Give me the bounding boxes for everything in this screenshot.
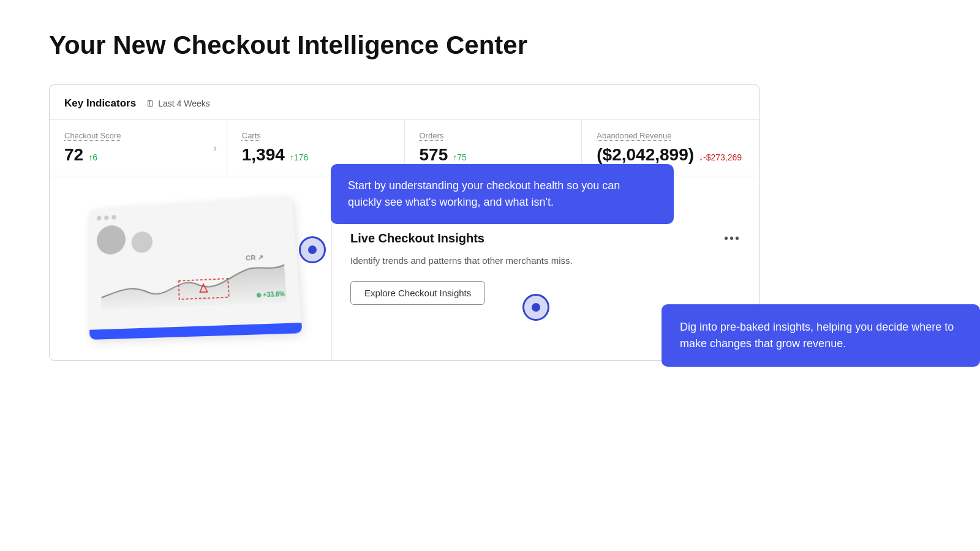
chart-card-inner: CR ↗: [89, 197, 300, 318]
chart-illustration: CR ↗: [50, 176, 331, 360]
carts-number: 1,394: [242, 145, 285, 165]
cursor-indicator-top: [299, 236, 326, 263]
chart-circles-row: [97, 215, 288, 255]
chart-dot-3: [111, 215, 116, 220]
abandoned-revenue-label[interactable]: Abandoned Revenue: [597, 131, 744, 140]
calendar-icon: 🗓: [146, 99, 154, 108]
chart-percent-label: ⊕ +33.6%: [256, 291, 285, 299]
carts-value: 1,394 ↑176: [242, 145, 390, 165]
date-range-label: Last 4 Weeks: [158, 99, 210, 108]
insights-title: Live Checkout Insights: [350, 231, 484, 246]
chart-circle-large: [97, 225, 126, 255]
insights-subtitle: Identify trends and patterns that other …: [350, 254, 741, 268]
abandoned-revenue-number: ($2,042,899): [597, 145, 694, 165]
chart-dot-1: [97, 216, 101, 221]
chart-blue-bar: [89, 323, 303, 340]
checkout-score-number: 72: [64, 145, 83, 165]
chart-circle-small: [131, 231, 153, 253]
checkout-score-value: 72 ↑6: [64, 145, 212, 165]
carts-change: ↑176: [290, 152, 308, 162]
chart-cr-label: CR ↗: [246, 253, 263, 262]
metric-cell-checkout-score[interactable]: Checkout Score 72 ↑6 ›: [50, 120, 227, 176]
chart-dot-2: [104, 216, 108, 220]
insights-header: Live Checkout Insights •••: [350, 231, 741, 246]
chart-card: CR ↗: [89, 197, 303, 340]
chevron-right-icon[interactable]: ›: [213, 143, 216, 154]
abandoned-revenue-change: ↓-$273,269: [699, 152, 742, 162]
tooltip-bubble-top: Start by understanding your checkout hea…: [331, 164, 674, 224]
cursor-indicator-bottom: [522, 294, 549, 321]
orders-value: 575 ↑75: [420, 145, 567, 165]
orders-label[interactable]: Orders: [420, 131, 567, 140]
orders-change: ↑75: [453, 152, 467, 162]
checkout-score-change: ↑6: [88, 152, 97, 162]
orders-number: 575: [420, 145, 448, 165]
dashboard-container: Start by understanding your checkout hea…: [49, 84, 931, 361]
chart-wave-area: CR ↗: [97, 252, 292, 310]
checkout-score-label[interactable]: Checkout Score: [64, 131, 212, 140]
date-range: 🗓 Last 4 Weeks: [146, 99, 210, 108]
tooltip-bubble-bottom: Dig into pre-baked insights, helping you…: [662, 304, 980, 367]
more-options-icon[interactable]: •••: [724, 231, 741, 246]
explore-insights-button[interactable]: Explore Checkout Insights: [350, 281, 485, 305]
key-indicators-title: Key Indicators: [64, 97, 136, 110]
tooltip-bottom-text: Dig into pre-baked insights, helping you…: [680, 321, 954, 350]
abandoned-revenue-value: ($2,042,899) ↓-$273,269: [597, 145, 744, 165]
page-title: Your New Checkout Intelligence Center: [49, 31, 931, 60]
tooltip-top-text: Start by understanding your checkout hea…: [348, 179, 620, 208]
carts-label[interactable]: Carts: [242, 131, 390, 140]
key-indicators-header: Key Indicators 🗓 Last 4 Weeks: [50, 85, 759, 120]
page-wrapper: Your New Checkout Intelligence Center St…: [0, 0, 980, 391]
